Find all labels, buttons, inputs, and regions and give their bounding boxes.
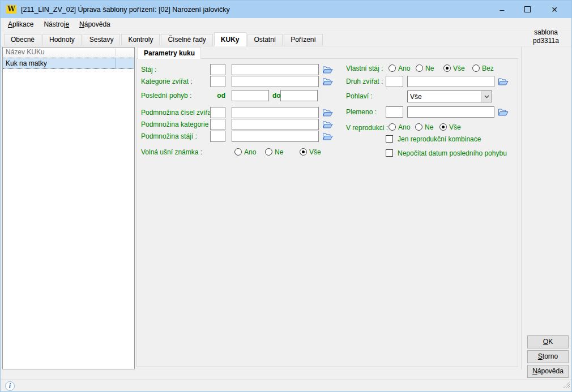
radio-label-ano[interactable]: Ano bbox=[244, 148, 256, 157]
vlastni-staj-label: Vlastní stáj : bbox=[346, 64, 383, 72]
radio-label-ano[interactable]: Ano bbox=[398, 123, 410, 132]
app-logo-icon: W bbox=[6, 5, 16, 14]
pohlavi-value: Vše bbox=[408, 93, 481, 101]
druh-zvirat-code-input[interactable] bbox=[386, 76, 403, 87]
kategorie-zvirat-name-input[interactable] bbox=[232, 76, 319, 87]
plemeno-folder-icon[interactable] bbox=[498, 107, 509, 117]
parameters-panel: Parametry kuku Stáj : Kategorie zvířat :… bbox=[136, 47, 519, 369]
pohlavi-label: Pohlaví : bbox=[346, 91, 373, 102]
resize-grip-icon[interactable] bbox=[563, 381, 570, 390]
tab-sestavy[interactable]: Sestavy bbox=[83, 34, 121, 46]
plemeno-name-input[interactable] bbox=[407, 106, 494, 118]
kuk-list-header[interactable]: Název KUKu bbox=[3, 48, 134, 58]
kategorie-zvirat-code-input[interactable] bbox=[210, 76, 225, 87]
plemeno-code-input[interactable] bbox=[386, 106, 403, 118]
podmnozina-staji-code-input[interactable] bbox=[210, 131, 225, 142]
radio-v-reprodukci-ne[interactable] bbox=[415, 123, 422, 131]
staj-code-input[interactable] bbox=[210, 64, 225, 75]
radio-label-vse[interactable]: Vše bbox=[453, 64, 465, 73]
window-title: [211_LIN_ZV_02] Úprava šablony pořízení:… bbox=[21, 6, 230, 14]
druh-zvirat-label: Druh zvířat : bbox=[346, 76, 383, 87]
menu-napoveda[interactable]: Nápověda bbox=[74, 19, 116, 30]
kuk-list-item[interactable]: Kuk na matky bbox=[3, 58, 134, 69]
ok-button[interactable]: OK bbox=[527, 335, 569, 348]
checkbox-label-nepocitat-datum[interactable]: Nepočítat datum posledního pohybu bbox=[398, 149, 507, 158]
parameters-box bbox=[136, 58, 518, 367]
tab-porizeni[interactable]: Pořízení bbox=[284, 34, 323, 46]
pohlavi-select[interactable]: Vše bbox=[407, 91, 492, 102]
titlebar: W [211_LIN_ZV_02] Úprava šablony pořízen… bbox=[1, 1, 571, 18]
podmnozina-kategorie-name-input[interactable] bbox=[232, 119, 319, 130]
radio-v-reprodukci-vse[interactable] bbox=[439, 123, 447, 131]
tab-ostatni[interactable]: Ostatní bbox=[247, 34, 283, 46]
checkbox-label-jen-reprodukcni[interactable]: Jen reprodukční kombinace bbox=[398, 135, 481, 144]
sablona-info: sablona pd3311a bbox=[520, 28, 571, 45]
sablona-line2: pd3311a bbox=[520, 37, 571, 45]
checkbox-jen-reprodukcni-kombinace[interactable] bbox=[386, 135, 393, 143]
chevron-down-icon bbox=[481, 91, 492, 102]
app-window: W [211_LIN_ZV_02] Úprava šablony pořízen… bbox=[0, 0, 572, 392]
kategorie-zvirat-label: Kategorie zvířat : bbox=[141, 76, 193, 87]
staj-name-input[interactable] bbox=[232, 64, 319, 75]
radio-volna-usni-znamka-ne[interactable] bbox=[265, 148, 272, 156]
radio-label-bez[interactable]: Bez bbox=[482, 64, 494, 73]
posledni-pohyb-od-input[interactable] bbox=[232, 90, 269, 101]
menu-aplikace[interactable]: Aplikace bbox=[3, 19, 39, 30]
radio-vlastni-staj-vse[interactable] bbox=[443, 64, 451, 72]
radio-vlastni-staj-ano[interactable] bbox=[389, 64, 396, 72]
podmnozina-cisel-zvirat-name-input[interactable] bbox=[232, 107, 319, 118]
radio-label-ne[interactable]: Ne bbox=[425, 123, 433, 132]
status-bar: i bbox=[1, 380, 571, 391]
sablona-line1: sablona bbox=[520, 28, 571, 37]
storno-button[interactable]: Storno bbox=[527, 350, 569, 363]
posledni-pohyb-label: Poslední pohyb : bbox=[141, 90, 191, 101]
podmnozina-cisel-zvirat-folder-icon[interactable] bbox=[322, 108, 333, 118]
minimize-button[interactable]: – bbox=[500, 6, 504, 14]
staj-label: Stáj : bbox=[141, 64, 156, 75]
kuk-list: Název KUKu Kuk na matky bbox=[2, 47, 135, 369]
radio-label-ano[interactable]: Ano bbox=[398, 64, 410, 73]
radio-v-reprodukci-ano[interactable] bbox=[389, 123, 396, 131]
radio-label-vse[interactable]: Vše bbox=[449, 123, 461, 132]
podmnozina-kategorie-folder-icon[interactable] bbox=[322, 120, 333, 130]
podmnozina-cisel-zvirat-code-input[interactable] bbox=[210, 107, 225, 118]
podmnozina-staji-label: Podmnožina stájí : bbox=[141, 131, 197, 142]
staj-folder-icon[interactable] bbox=[322, 65, 333, 75]
kategorie-zvirat-folder-icon[interactable] bbox=[322, 77, 333, 87]
menu-bar: Aplikace Nástroje Nápověda bbox=[1, 18, 571, 31]
tab-kontroly[interactable]: Kontroly bbox=[121, 34, 160, 46]
od-label: od bbox=[210, 90, 225, 101]
tab-ciselne-rady[interactable]: Číselné řady bbox=[161, 34, 212, 46]
radio-volna-usni-znamka-vse[interactable] bbox=[300, 148, 307, 156]
druh-zvirat-folder-icon[interactable] bbox=[498, 77, 509, 87]
side-divider bbox=[521, 47, 522, 369]
plemeno-label: Plemeno : bbox=[346, 106, 377, 118]
menu-nastroje[interactable]: Nástroje bbox=[39, 19, 74, 30]
main-tabstrip: Obecné Hodnoty Sestavy Kontroly Číselné … bbox=[1, 32, 571, 46]
podmnozina-kategorie-code-input[interactable] bbox=[210, 119, 225, 130]
checkbox-nepocitat-datum[interactable] bbox=[386, 149, 393, 157]
close-button[interactable]: ✕ bbox=[551, 6, 558, 14]
tab-hodnoty[interactable]: Hodnoty bbox=[42, 34, 82, 46]
druh-zvirat-name-input[interactable] bbox=[407, 76, 494, 87]
radio-label-ne[interactable]: Ne bbox=[425, 64, 434, 73]
radio-label-ne[interactable]: Ne bbox=[275, 148, 283, 157]
radio-volna-usni-znamka-ano[interactable] bbox=[234, 148, 242, 156]
podmnozina-cisel-zvirat-label: Podmnožina čísel zvířat : bbox=[141, 107, 217, 118]
napoveda-button[interactable]: Nápověda bbox=[527, 365, 569, 378]
radio-label-vse[interactable]: Vše bbox=[309, 148, 321, 157]
info-icon: i bbox=[5, 381, 15, 391]
v-reprodukci-label: V reprodukci : bbox=[346, 123, 388, 132]
maximize-button[interactable] bbox=[524, 6, 531, 12]
radio-vlastni-staj-ne[interactable] bbox=[416, 64, 423, 72]
radio-vlastni-staj-bez[interactable] bbox=[472, 64, 480, 72]
tab-kuky[interactable]: KUKy bbox=[214, 32, 246, 46]
tab-parametry-kuku[interactable]: Parametry kuku bbox=[138, 47, 201, 59]
volna-usni-znamka-label: Volná ušní známka : bbox=[141, 148, 202, 156]
podmnozina-staji-folder-icon[interactable] bbox=[322, 132, 333, 141]
do-label: do bbox=[272, 90, 281, 101]
tab-obecne[interactable]: Obecné bbox=[4, 34, 41, 46]
posledni-pohyb-do-input[interactable] bbox=[280, 90, 318, 101]
podmnozina-staji-name-input[interactable] bbox=[232, 131, 319, 142]
podmnozina-kategorie-label: Podmnožina kategorie : bbox=[141, 119, 212, 130]
